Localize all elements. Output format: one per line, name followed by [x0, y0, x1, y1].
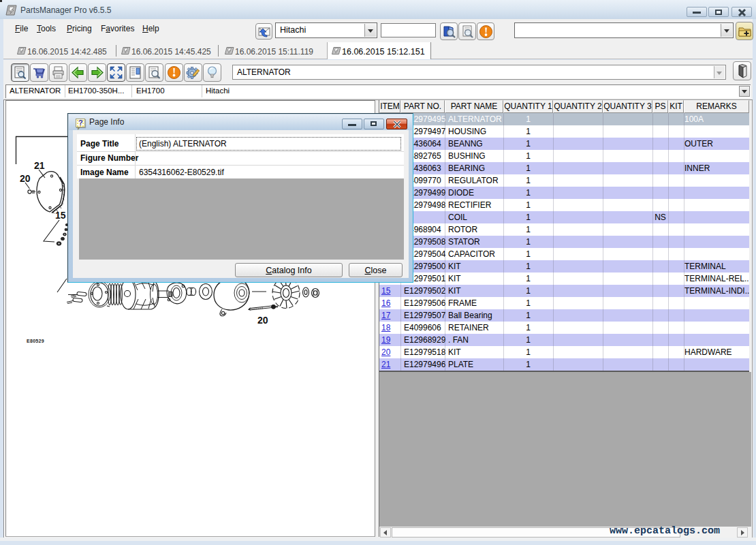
svg-text:21: 21 — [34, 160, 45, 171]
svg-text:E80529: E80529 — [27, 339, 44, 343]
svg-text:15: 15 — [55, 210, 66, 221]
svg-text:20: 20 — [257, 315, 268, 326]
svg-text:20: 20 — [20, 173, 31, 184]
